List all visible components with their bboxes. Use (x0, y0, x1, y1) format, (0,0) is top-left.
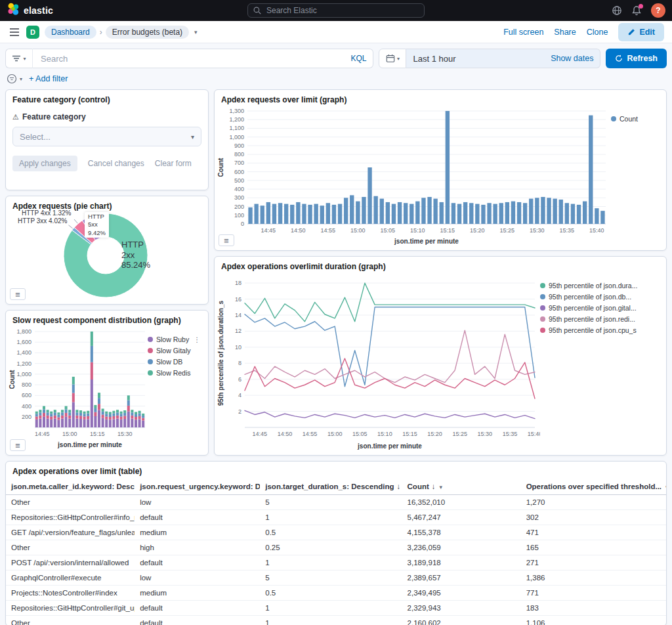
column-header[interactable]: json.request_urgency.keyword: Des...▾ (135, 480, 260, 495)
svg-text:10: 10 (235, 344, 242, 351)
feature-category-select[interactable]: Select... ▾ (12, 127, 201, 146)
svg-text:6: 6 (238, 376, 242, 383)
table-cell: 3,236,059 (402, 540, 521, 555)
svg-text:4: 4 (238, 392, 242, 399)
filter-options-icon[interactable] (7, 74, 17, 84)
svg-text:14:55: 14:55 (303, 431, 318, 437)
clone-link[interactable]: Clone (587, 28, 608, 37)
slow-request-chart[interactable]: 2004006008001,0001,2001,4001,6001,80014:… (9, 326, 148, 452)
table-body: Otherlow516,352,0101,270Repositories::Gi… (6, 495, 666, 625)
full-screen-link[interactable]: Full screen (503, 28, 543, 37)
apdex-bar-chart[interactable]: 01002003004005006007008009001,0001,1001,… (217, 106, 611, 249)
legend-item[interactable]: 95th percentile of json.redi... (540, 315, 663, 323)
menu-icon[interactable] (8, 26, 21, 38)
column-header[interactable]: Operations over specified threshold...▾ (521, 480, 666, 495)
svg-text:500: 500 (234, 177, 244, 184)
legend-color-dot (148, 359, 153, 364)
column-header[interactable]: json.target_duration_s: Descending↓▾ (260, 480, 402, 495)
legend-color-dot (540, 305, 545, 311)
table-cell: 1 (260, 601, 402, 616)
legend-item[interactable]: Count (611, 115, 663, 123)
svg-text:15:00: 15:00 (327, 431, 343, 437)
cancel-changes-button[interactable]: Cancel changes (88, 159, 144, 168)
filter-icon (12, 55, 21, 62)
legend-color-dot (148, 348, 153, 353)
chart-legend: 95th percentile of json.dura...95th perc… (540, 272, 663, 454)
svg-text:json.time per minute: json.time per minute (357, 442, 422, 450)
global-search-input[interactable] (265, 5, 419, 16)
pie-chart[interactable] (6, 208, 209, 304)
dashboard-menu-chevron-icon[interactable]: ▾ (194, 29, 198, 35)
svg-text:95th percentile of json.durati: 95th percentile of json.duration_s (217, 301, 224, 406)
apply-changes-button[interactable]: Apply changes (12, 156, 77, 171)
space-avatar[interactable]: D (26, 26, 39, 39)
legend-item[interactable]: Slow Redis (148, 369, 205, 377)
legend-item[interactable]: 95th percentile of json.dura... (540, 282, 663, 290)
breadcrumb-current: Error budgets (beta) (106, 26, 189, 39)
time-picker-group: ▾ Last 1 hour Show dates (379, 49, 600, 68)
query-bar: ▾ KQL ▾ Last 1 hour Show dates R (0, 43, 672, 74)
svg-text:14:45: 14:45 (35, 431, 50, 437)
clear-form-button[interactable]: Clear form (155, 159, 192, 168)
table-cell: medium (135, 586, 260, 601)
show-dates-link[interactable]: Show dates (551, 54, 593, 63)
svg-text:18: 18 (235, 280, 242, 286)
table-cell: 5,467,247 (402, 510, 521, 525)
share-link[interactable]: Share (554, 28, 576, 37)
legend-item[interactable]: Slow DB (148, 358, 205, 366)
legend-item[interactable]: 95th percentile of json.cpu_s (540, 326, 663, 334)
legend-label: Count (620, 115, 638, 123)
globe-icon[interactable] (612, 5, 622, 16)
notification-dot (639, 4, 643, 9)
svg-text:200: 200 (22, 414, 32, 420)
legend-toggle-button[interactable]: ≣ (10, 288, 26, 300)
svg-text:600: 600 (22, 392, 32, 399)
table-row: Projects::NotesController#indexmedium0.5… (6, 586, 666, 601)
time-range-field[interactable]: Last 1 hour Show dates (406, 49, 600, 68)
legend-toggle-button[interactable]: ≣ (219, 234, 234, 246)
legend-color-dot (540, 294, 545, 299)
svg-text:1,300: 1,300 (229, 108, 244, 114)
user-avatar[interactable]: ? (651, 3, 665, 18)
global-search-box[interactable] (247, 3, 425, 18)
svg-text:600: 600 (234, 169, 244, 175)
legend-item[interactable]: 95th percentile of json.gital... (540, 304, 663, 312)
time-menu-button[interactable]: ▾ (379, 49, 406, 68)
edit-button[interactable]: Edit (618, 23, 664, 41)
table-cell: GraphqlController#execute (6, 571, 135, 586)
add-filter-link[interactable]: + Add filter (29, 74, 68, 83)
sort-desc-icon: ↓ (432, 483, 436, 490)
saved-query-menu-button[interactable]: ▾ (5, 49, 33, 68)
kql-search-input[interactable] (39, 53, 350, 64)
panel-title: Apdex operations overlimit duration (gra… (215, 257, 666, 272)
legend-item[interactable]: 95th percentile of json.db... (540, 293, 663, 301)
panel-apdex-operations-duration: Apdex operations overlimit duration (gra… (214, 256, 667, 456)
kql-language-button[interactable]: KQL (350, 54, 366, 63)
column-header[interactable]: Count↓▾ (402, 480, 521, 495)
svg-text:1,600: 1,600 (16, 339, 32, 345)
kql-search[interactable]: KQL (33, 49, 373, 68)
table-cell: POST /api/:version/internal/allowed (6, 555, 135, 571)
notifications-bell-icon[interactable] (631, 5, 642, 16)
column-menu-icon[interactable]: ▾ (440, 484, 443, 490)
legend-item-menu-icon[interactable]: ⋮ (194, 336, 200, 343)
refresh-button[interactable]: Refresh (606, 49, 667, 68)
list-icon: ≣ (224, 237, 229, 244)
legend-toggle-button[interactable]: ≣ (10, 439, 26, 451)
legend-item[interactable]: Slow Gitaly (148, 347, 205, 355)
svg-text:800: 800 (234, 151, 244, 158)
chevron-down-icon: ▾ (23, 56, 26, 62)
legend-item[interactable]: Slow Ruby⋮ (148, 335, 205, 343)
column-menu-icon[interactable]: ▾ (665, 484, 666, 490)
elastic-logo-icon[interactable] (7, 3, 20, 18)
pencil-icon (627, 28, 635, 36)
svg-text:12: 12 (235, 328, 242, 334)
svg-text:0: 0 (241, 221, 244, 227)
column-header[interactable]: json.meta.caller_id.keyword: Desce...▾ (6, 480, 135, 495)
table-cell: Repositories::GitHttpController#info_ref… (6, 510, 135, 525)
time-range-value[interactable]: Last 1 hour (413, 54, 455, 64)
duration-line-chart[interactable]: 2468101214161814:4514:5014:5515:0015:051… (217, 272, 540, 454)
svg-text:Count: Count (9, 370, 16, 389)
breadcrumb-dashboard[interactable]: Dashboard (45, 26, 96, 39)
table-cell: 471 (521, 525, 666, 540)
